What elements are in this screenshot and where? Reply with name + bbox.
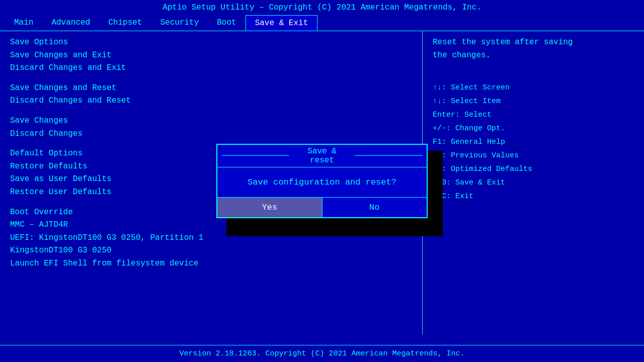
dialog-title-bar: Save & reset: [217, 145, 427, 167]
dialog-body: Save configuration and reset?: [217, 167, 427, 197]
no-button[interactable]: No: [323, 198, 427, 217]
yes-label: Yes: [262, 203, 277, 212]
dialog-buttons: Yes No: [217, 197, 427, 217]
modal-overlay: Save & reset Save configuration and rese…: [0, 0, 644, 362]
dialog: Save & reset Save configuration and rese…: [216, 144, 428, 218]
no-label: No: [369, 203, 379, 212]
dialog-title: Save & reset: [293, 147, 351, 165]
yes-button[interactable]: Yes: [217, 198, 323, 217]
dialog-message: Save configuration and reset?: [248, 177, 396, 187]
